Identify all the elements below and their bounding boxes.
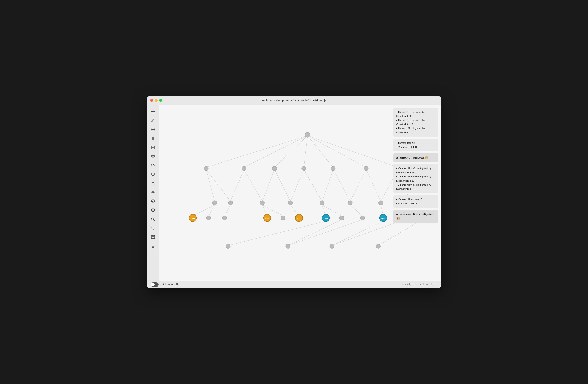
svg-line-32 [206, 169, 231, 201]
node-level2-5[interactable] [320, 201, 324, 205]
lock-icon[interactable] [149, 180, 157, 187]
tag-icon[interactable] [149, 162, 157, 169]
node-level2-4[interactable] [288, 201, 293, 205]
svg-line-60 [332, 221, 383, 245]
list-icon[interactable] [149, 135, 157, 142]
eye-icon[interactable] [149, 188, 157, 196]
svg-line-47 [225, 205, 231, 216]
svg-rect-22 [152, 237, 154, 238]
threat-mit-1: • Threat n10 mitigated by Constraint n9 [396, 110, 436, 118]
window-title: implementation phase ~/../../sample/smar… [261, 99, 326, 102]
vuln-mit-3: • Vulnerability n24 mitigated by Mechani… [396, 183, 436, 191]
node-row3-plain5[interactable] [360, 216, 365, 220]
vuln-mitigations-card: • Vulnerability n11 mitigated by Mechani… [394, 164, 438, 193]
grid-icon[interactable] [149, 144, 157, 151]
search-icon[interactable] [149, 215, 157, 223]
svg-line-31 [206, 169, 215, 201]
svg-line-45 [193, 205, 215, 216]
node-level1-5[interactable] [331, 166, 336, 171]
node-level4-1[interactable] [226, 244, 230, 248]
node-level1-6[interactable] [364, 166, 368, 171]
node-level2-6[interactable] [348, 201, 353, 205]
svg-rect-10 [153, 148, 155, 149]
info-panel: • Threat n10 mitigated by Constraint n9 … [394, 108, 438, 223]
node-n19-label: n19 [265, 217, 269, 219]
svg-point-15 [153, 192, 154, 193]
svg-line-58 [288, 220, 342, 245]
svg-line-33 [231, 169, 244, 201]
close-button[interactable] [150, 99, 153, 102]
svg-point-13 [153, 156, 153, 157]
threat-summary-card: • Threats total: 3 • Mitigated total: 3 [394, 139, 438, 151]
node-n24-label: n24 [191, 217, 194, 219]
threat-sum-1: • Threats total: 3 [396, 141, 436, 145]
traffic-lights [150, 99, 162, 102]
node-level4-2[interactable] [286, 244, 290, 248]
svg-line-61 [332, 221, 400, 245]
vuln-summary-card: • Vulnerabilities total: 3 • Mitigated t… [394, 195, 438, 208]
node-level1-1[interactable] [204, 166, 209, 171]
threat-mit-2: • Threat n18 mitigated by Constraint n15 [396, 118, 436, 126]
svg-line-37 [290, 169, 304, 201]
threat-mitigations-card: • Threat n10 mitigated by Constraint n9 … [394, 108, 438, 137]
svg-line-35 [262, 169, 275, 201]
threat-mit-3: • Threat n22 mitigated by Constraint n20 [396, 126, 436, 135]
plus-icon[interactable] [149, 108, 157, 115]
svg-line-29 [307, 136, 366, 167]
toggle-switch[interactable] [151, 282, 159, 287]
svg-line-30 [307, 136, 398, 167]
svg-line-41 [350, 169, 366, 201]
node-level2-3[interactable] [260, 201, 265, 205]
node-level4-4[interactable] [376, 244, 381, 248]
svg-line-25 [244, 136, 307, 167]
app-window: implementation phase ~/../../sample/smar… [147, 96, 441, 288]
node-n11-label: n11 [297, 217, 301, 219]
svg-rect-21 [152, 236, 154, 237]
svg-rect-23 [153, 247, 153, 247]
node-level4-3[interactable] [330, 244, 334, 248]
vuln-sum-2: • Mitigated total: 3 [396, 202, 436, 205]
svg-rect-14 [152, 183, 154, 185]
node-level1-3[interactable] [272, 166, 277, 171]
svg-rect-8 [153, 146, 155, 147]
home-icon[interactable] [149, 242, 157, 250]
pen-icon[interactable] [149, 117, 157, 124]
arrows-icon[interactable] [149, 224, 157, 232]
node-level2-2[interactable] [228, 201, 233, 205]
node-row3-plain3[interactable] [281, 216, 285, 220]
node-n13-label: n13 [381, 217, 385, 219]
status-left: total nodes: 28 [151, 282, 179, 287]
node-level2-1[interactable] [212, 201, 217, 205]
vuln-mit-2: • Vulnerability n19 mitigated by Mechani… [396, 175, 436, 183]
node-count-label: total nodes: 28 [161, 283, 179, 286]
minimize-button[interactable] [155, 99, 158, 102]
save-icon[interactable] [149, 233, 157, 241]
all-vulns-label: all vulnerabilities mitigated 🎉 [396, 212, 434, 221]
check-icon[interactable] [149, 197, 157, 205]
compass-icon[interactable] [149, 206, 157, 214]
target-icon[interactable] [149, 153, 157, 160]
svg-line-28 [307, 136, 333, 167]
canvas-area: n24 n19 n11 n23 n13 n16 [159, 105, 441, 281]
svg-line-19 [154, 220, 155, 221]
minus-icon[interactable] [149, 126, 157, 133]
sidebar [147, 105, 159, 281]
maximize-button[interactable] [159, 99, 162, 102]
node-root[interactable] [305, 132, 310, 137]
svg-line-36 [274, 169, 290, 201]
svg-line-40 [333, 169, 350, 201]
svg-rect-7 [151, 146, 153, 147]
svg-line-34 [244, 169, 262, 201]
node-level1-2[interactable] [242, 166, 246, 171]
svg-line-38 [304, 169, 322, 201]
node-row3-plain2[interactable] [222, 216, 227, 220]
node-row3-plain1[interactable] [206, 216, 211, 220]
svg-point-18 [152, 218, 154, 220]
node-row3-plain4[interactable] [339, 216, 344, 220]
svg-line-59 [288, 220, 363, 245]
node-level2-7[interactable] [378, 201, 383, 205]
shield-icon[interactable] [149, 170, 157, 178]
threat-sum-2: • Mitigated total: 3 [396, 145, 436, 149]
main-content: n24 n19 n11 n23 n13 n16 [147, 105, 441, 281]
node-level1-4[interactable] [302, 166, 306, 171]
